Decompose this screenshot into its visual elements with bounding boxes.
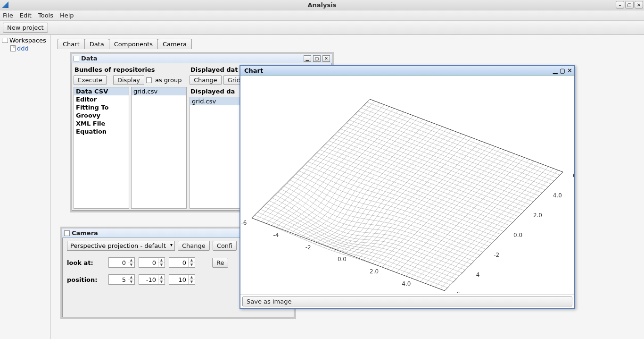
close-inner-button[interactable]: ✕ bbox=[567, 67, 572, 74]
window-icon bbox=[64, 230, 70, 236]
position-y-spinner[interactable]: ▲▼ bbox=[139, 274, 165, 285]
menu-tools[interactable]: Tools bbox=[38, 12, 53, 19]
position-y-input[interactable] bbox=[139, 275, 158, 284]
list-item[interactable]: Editor bbox=[74, 95, 129, 103]
menu-help[interactable]: Help bbox=[60, 12, 74, 19]
chart-window-titlebar[interactable]: Chart ▁ ▢ ✕ bbox=[240, 66, 574, 76]
display-button[interactable]: Display bbox=[113, 75, 144, 85]
app-icon bbox=[2, 1, 8, 8]
svg-text:-6: -6 bbox=[454, 291, 460, 293]
svg-text:2.0: 2.0 bbox=[370, 268, 379, 275]
chart-window-title: Chart bbox=[244, 67, 551, 74]
position-z-input[interactable] bbox=[169, 275, 188, 284]
repo-type-list[interactable]: Data CSV Editor Fitting To Groovy XML Fi… bbox=[74, 87, 129, 209]
repo-file-list[interactable]: grid.csv bbox=[131, 87, 187, 209]
maximize-inner-button[interactable]: ▢ bbox=[560, 67, 565, 74]
lookat-x-input[interactable] bbox=[109, 258, 128, 267]
titlebar: Analysis – ▢ ✕ bbox=[0, 0, 644, 10]
data-window-title: Data bbox=[81, 55, 302, 62]
tab-chart[interactable]: Chart bbox=[58, 39, 85, 49]
svg-text:0.0: 0.0 bbox=[338, 256, 347, 263]
window-controls: – ▢ ✕ bbox=[616, 1, 643, 8]
iconify-button[interactable]: ▁ bbox=[304, 55, 311, 62]
save-as-image-button[interactable]: Save as image bbox=[242, 297, 572, 306]
maximize-inner-button[interactable]: ▢ bbox=[313, 55, 321, 62]
svg-text:-6: -6 bbox=[241, 220, 247, 226]
as-group-checkbox[interactable] bbox=[146, 77, 152, 83]
svg-text:-2: -2 bbox=[494, 252, 499, 258]
svg-text:0.0: 0.0 bbox=[513, 232, 522, 238]
iconify-button[interactable]: ▁ bbox=[553, 67, 558, 74]
menubar: File Edit Tools Help bbox=[0, 10, 644, 21]
as-group-label: as group bbox=[155, 76, 182, 84]
menu-file[interactable]: File bbox=[3, 12, 13, 19]
svg-text:6.0: 6.0 bbox=[434, 292, 443, 293]
tree-item-label: ddd bbox=[17, 45, 29, 52]
lookat-z-input[interactable] bbox=[169, 258, 188, 267]
svg-text:6.0: 6.0 bbox=[573, 172, 574, 179]
position-x-spinner[interactable]: ▲▼ bbox=[108, 274, 135, 285]
tab-data[interactable]: Data bbox=[84, 39, 109, 49]
tab-components[interactable]: Components bbox=[109, 39, 158, 49]
bundles-header: Bundles of repositories bbox=[74, 65, 187, 75]
list-item[interactable]: Fitting To bbox=[74, 103, 129, 111]
svg-text:-4: -4 bbox=[273, 232, 279, 238]
position-x-input[interactable] bbox=[109, 275, 128, 284]
lookat-y-spinner[interactable]: ▲▼ bbox=[139, 257, 165, 268]
data-window-titlebar[interactable]: Data ▁ ▢ ✕ bbox=[72, 54, 332, 63]
tree-item-ddd[interactable]: ddd bbox=[10, 45, 49, 52]
list-item[interactable]: Data CSV bbox=[74, 87, 129, 95]
change-button[interactable]: Change bbox=[190, 75, 222, 85]
svg-text:4.0: 4.0 bbox=[553, 192, 562, 199]
projection-select[interactable]: Perspective projection - default bbox=[67, 241, 175, 251]
menu-edit[interactable]: Edit bbox=[20, 12, 32, 19]
tree-root-workspaces[interactable]: Workspaces bbox=[2, 37, 49, 44]
svg-text:4.0: 4.0 bbox=[402, 280, 411, 287]
maximize-button[interactable]: ▢ bbox=[625, 1, 634, 8]
folder-icon bbox=[2, 38, 8, 43]
position-z-spinner[interactable]: ▲▼ bbox=[169, 274, 195, 285]
tab-bar: Chart Data Components Camera bbox=[58, 39, 191, 49]
lookat-z-spinner[interactable]: ▲▼ bbox=[169, 257, 195, 268]
svg-text:2.0: 2.0 bbox=[533, 212, 542, 219]
tree-root-label: Workspaces bbox=[9, 37, 46, 44]
minimize-button[interactable]: – bbox=[616, 1, 624, 8]
close-button[interactable]: ✕ bbox=[635, 1, 643, 8]
window-title: Analysis bbox=[308, 1, 337, 8]
lookat-label: look at: bbox=[67, 259, 105, 266]
toolbar: New project bbox=[0, 21, 644, 35]
chart-window[interactable]: Chart ▁ ▢ ✕ -6-4-20.02.04.06.0-6-4-20.02… bbox=[239, 65, 575, 309]
execute-button[interactable]: Execute bbox=[74, 75, 107, 85]
reset-button[interactable]: Re bbox=[212, 258, 228, 268]
close-inner-button[interactable]: ✕ bbox=[322, 55, 330, 62]
camera-configure-button[interactable]: Confi bbox=[213, 241, 237, 251]
chart-3d-surface[interactable]: -6-4-20.02.04.06.0-6-4-20.02.04.06.0 bbox=[240, 76, 574, 293]
camera-change-button[interactable]: Change bbox=[178, 241, 210, 251]
projection-value: Perspective projection - default bbox=[70, 242, 166, 249]
position-label: position: bbox=[67, 276, 105, 283]
svg-text:-2: -2 bbox=[305, 244, 311, 251]
new-project-button[interactable]: New project bbox=[3, 23, 48, 33]
window-icon bbox=[74, 56, 79, 61]
list-item[interactable]: XML File bbox=[74, 119, 129, 127]
list-item[interactable]: grid.csv bbox=[132, 87, 186, 95]
list-item[interactable]: Groovy bbox=[74, 111, 129, 119]
svg-text:-4: -4 bbox=[474, 271, 479, 278]
file-icon bbox=[10, 45, 16, 51]
sidebar: Workspaces ddd bbox=[0, 35, 51, 339]
tab-camera[interactable]: Camera bbox=[157, 39, 192, 49]
workarea: Chart Data Components Camera Data ▁ ▢ ✕ … bbox=[51, 35, 644, 339]
lookat-y-input[interactable] bbox=[139, 258, 158, 267]
lookat-x-spinner[interactable]: ▲▼ bbox=[108, 257, 135, 268]
list-item[interactable]: Equation bbox=[74, 127, 129, 136]
